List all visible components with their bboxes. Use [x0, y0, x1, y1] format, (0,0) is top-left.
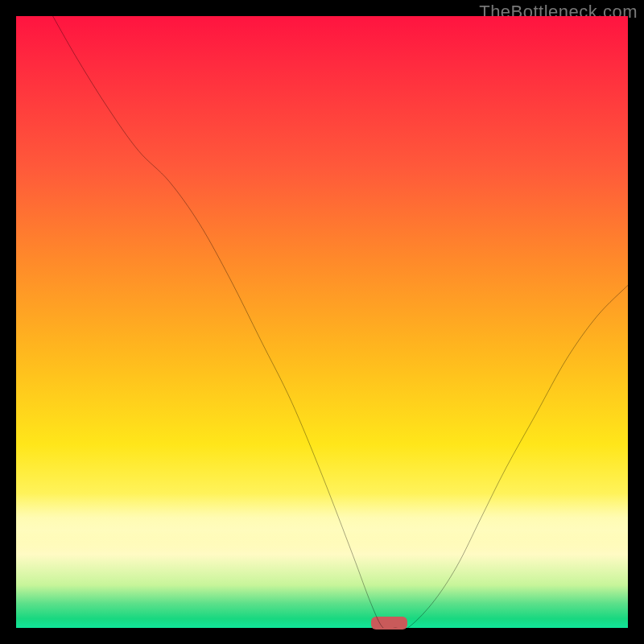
bottleneck-curve	[16, 16, 628, 628]
chart-frame: TheBottleneck.com	[0, 0, 644, 644]
optimal-marker	[371, 617, 408, 630]
highlight-band	[16, 493, 628, 555]
plot-area	[16, 16, 628, 628]
